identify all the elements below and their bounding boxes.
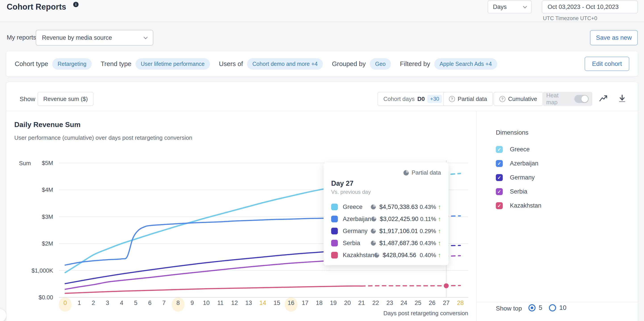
- filtered-by-chip[interactable]: Apple Search Ads +4: [434, 58, 497, 70]
- download-icon[interactable]: [617, 94, 627, 104]
- x-tick-label: 4: [114, 300, 130, 306]
- trend-type-field: Trend type User lifetime performance: [101, 58, 210, 70]
- checkbox-checked-icon[interactable]: ✓: [496, 202, 503, 209]
- tooltip-rows: Greece$4,570,338.630.43%↑Azerbaijan$3,02…: [331, 201, 441, 261]
- grouped-by-chip[interactable]: Geo: [370, 58, 391, 70]
- my-reports-label: My reports: [7, 34, 36, 41]
- tooltip-series-name: Greece: [343, 204, 371, 210]
- x-tick-label: 18: [312, 300, 327, 306]
- x-tick-label: 25: [410, 300, 426, 306]
- heatmap-toggle[interactable]: [574, 95, 589, 103]
- trend-view-icon[interactable]: [598, 94, 608, 104]
- checkbox-checked-icon[interactable]: ✓: [496, 160, 503, 167]
- dimension-label: Serbia: [510, 188, 527, 195]
- partial-data-label: Partial data: [458, 96, 487, 102]
- checkbox-checked-icon[interactable]: ✓: [496, 174, 503, 181]
- dimension-item-azerbaijan[interactable]: ✓Azerbaijan: [496, 156, 621, 170]
- page-title: Cohort Reports: [7, 2, 66, 12]
- tooltip-series-change: 0.40%: [420, 252, 436, 259]
- series-color-swatch: [331, 252, 338, 258]
- series-color-swatch: [331, 216, 338, 222]
- partial-data-pie-icon: [371, 228, 376, 234]
- x-tick-label: 17: [297, 300, 313, 306]
- dimension-item-germany[interactable]: ✓Germany: [496, 170, 621, 184]
- cohort-days-control[interactable]: Cohort days D0 +30: [378, 92, 448, 106]
- partial-data-button[interactable]: ? Partial data: [443, 92, 493, 106]
- tooltip-series-value: $1,487,687.36: [379, 240, 418, 247]
- edit-cohort-button[interactable]: Edit cohort: [585, 57, 629, 71]
- partial-data-pie-icon: [371, 216, 376, 222]
- y-tick-label: $1,000K: [18, 267, 53, 274]
- x-tick-label: 12: [227, 300, 242, 306]
- y-tick-label: $5M: [18, 160, 53, 166]
- info-icon[interactable]: i: [73, 2, 78, 7]
- field-label: Cohort type: [15, 60, 48, 68]
- dimension-item-kazakhstan[interactable]: ✓Kazakhstan: [496, 199, 621, 213]
- granularity-select[interactable]: Days: [488, 0, 532, 14]
- x-tick-label: 27: [438, 300, 454, 306]
- x-tick-label: 20: [340, 300, 355, 306]
- tooltip-series-name: Serbia: [343, 240, 371, 247]
- dimension-item-greece[interactable]: ✓Greece: [496, 142, 621, 156]
- x-tick-label: 28: [452, 300, 468, 306]
- date-range-value: Oct 03,2023 - Oct 10,2023: [548, 4, 618, 10]
- up-arrow-icon: ↑: [438, 216, 441, 222]
- metric-select[interactable]: Revenue sum ($): [38, 92, 94, 106]
- report-select-value: Revenue by media source: [42, 34, 112, 41]
- tooltip-series-change: 0.43%: [420, 240, 436, 247]
- tooltip-series-name: Kazakhstan: [343, 252, 374, 259]
- cohort-settings-card: Cohort type Retargeting Trend type User …: [6, 51, 638, 76]
- y-tick-label: $3M: [18, 213, 53, 220]
- up-arrow-icon: ↑: [438, 228, 441, 234]
- tooltip-series-name: Azerbaijan: [343, 216, 371, 222]
- x-tick-label: 24: [396, 300, 412, 306]
- up-arrow-icon: ↑: [438, 204, 441, 210]
- save-as-new-button[interactable]: Save as new: [590, 30, 638, 45]
- field-label: Users of: [219, 60, 243, 68]
- series-color-swatch: [331, 204, 338, 210]
- tooltip-row: Kazakhstan$428,094.560.40%↑: [331, 249, 441, 261]
- dimension-label: Azerbaijan: [510, 160, 538, 167]
- report-select[interactable]: Revenue by media source: [36, 30, 153, 46]
- x-tick-label: 6: [142, 300, 158, 306]
- date-range-picker[interactable]: Oct 03,2023 - Oct 10,2023: [542, 0, 638, 14]
- field-label: Grouped by: [332, 60, 366, 68]
- panel-divider: [476, 111, 477, 321]
- x-tick-label: 16: [283, 300, 299, 306]
- cumulative-button[interactable]: ? Cumulative: [494, 92, 543, 106]
- x-tick-label: 22: [368, 300, 384, 306]
- x-tick-label: 23: [382, 300, 398, 306]
- show-top-option-5[interactable]: 5: [528, 304, 542, 312]
- cumulative-label: Cumulative: [508, 96, 537, 102]
- metric-value: Revenue sum ($): [43, 96, 88, 102]
- tooltip-row: Greece$4,570,338.630.43%↑: [331, 201, 441, 213]
- cohort-type-chip[interactable]: Retargeting: [52, 58, 92, 70]
- checkbox-checked-icon[interactable]: ✓: [496, 146, 503, 153]
- radio-icon[interactable]: [528, 304, 536, 312]
- show-top-option-10[interactable]: 10: [549, 304, 566, 312]
- heatmap-label: Heat map: [546, 92, 571, 106]
- tooltip-series-name: Germany: [343, 228, 371, 234]
- radio-icon[interactable]: [549, 304, 556, 312]
- dimensions-list: ✓Greece✓Azerbaijan✓Germany✓Serbia✓Kazakh…: [496, 142, 621, 213]
- up-arrow-icon: ↑: [438, 252, 441, 259]
- x-tick-label: 21: [354, 300, 369, 306]
- dimension-label: Germany: [510, 174, 535, 181]
- tooltip-row: Serbia$1,487,687.360.43%↑: [331, 237, 441, 249]
- series-color-swatch: [331, 240, 338, 246]
- dimension-item-serbia[interactable]: ✓Serbia: [496, 184, 621, 199]
- partial-data-pie-icon: [371, 204, 376, 210]
- question-icon: ?: [500, 96, 506, 102]
- chart-title: Daily Revenue Sum: [14, 120, 80, 129]
- chat-widget-bubble[interactable]: [0, 309, 6, 321]
- filtered-by-field: Filtered by Apple Search Ads +4: [400, 58, 497, 70]
- x-tick-label: 13: [241, 300, 256, 306]
- cohort-reports-page: Cohort Reports i Days Oct 03,2023 - Oct …: [0, 0, 644, 321]
- users-of-chip[interactable]: Cohort demo and more +4: [247, 58, 323, 70]
- x-tick-label: 15: [269, 300, 285, 306]
- show-label: Show: [20, 96, 35, 103]
- trend-type-chip[interactable]: User lifetime performance: [136, 58, 210, 70]
- x-tick-label: 26: [424, 300, 440, 306]
- checkbox-checked-icon[interactable]: ✓: [496, 188, 503, 195]
- radio-label: 5: [539, 304, 542, 312]
